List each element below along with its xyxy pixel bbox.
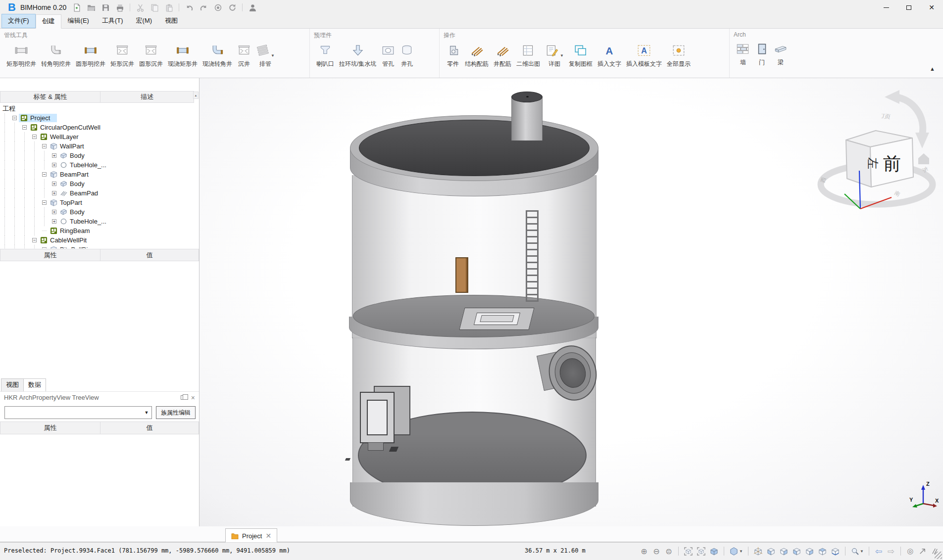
shaded-cube-icon[interactable] xyxy=(709,547,719,556)
tree-item-tubehole[interactable]: +TubeHole_... xyxy=(2,160,199,170)
ribbon-item-1-1[interactable]: 拉环坑/集水坑 xyxy=(337,42,379,69)
expand-icon[interactable]: + xyxy=(52,163,56,167)
render-style-dropdown-icon[interactable]: ▼ xyxy=(729,547,743,556)
ribbon-item-0-5[interactable]: 现浇矩形井 xyxy=(165,42,200,69)
tree-item-welllayer[interactable]: −WellLayer xyxy=(2,132,199,141)
ribbon-item-0-8[interactable]: ▼排管 xyxy=(253,42,277,69)
tree-scrollbar-up-icon[interactable]: ▲ xyxy=(193,92,199,99)
menu-item-2[interactable]: 编辑(E) xyxy=(61,14,96,28)
select-arrow-icon[interactable] xyxy=(918,547,927,556)
close-icon[interactable]: × xyxy=(191,394,195,401)
ribbon-item-2-3[interactable]: 二维出图 xyxy=(514,42,543,69)
viewport-3d[interactable]: 西 东 南 顶 左 前 Z Y X xyxy=(199,78,943,526)
zoom-out-icon[interactable]: ⊖ xyxy=(652,547,661,556)
menu-item-1[interactable]: 创建 xyxy=(36,14,61,29)
collapse-icon[interactable]: − xyxy=(32,135,37,139)
menu-item-4[interactable]: 宏(M) xyxy=(130,14,159,28)
ribbon-item-0-2[interactable]: 圆形明挖井 xyxy=(73,42,108,69)
document-tab-project[interactable]: Project ✕ xyxy=(225,528,277,543)
expand-icon[interactable]: + xyxy=(52,191,56,195)
user-icon[interactable] xyxy=(248,3,257,12)
property-header-value[interactable]: 值 xyxy=(100,249,199,261)
sync-icon[interactable] xyxy=(228,3,237,12)
orbit-icon[interactable]: ◎ xyxy=(906,547,915,556)
nav-forward-icon[interactable]: ⇨ xyxy=(887,546,895,557)
ribbon-item-0-3[interactable]: 矩形沉井 xyxy=(108,42,137,69)
ribbon-item-1-2[interactable]: 管孔 xyxy=(379,42,397,69)
collapse-icon[interactable]: − xyxy=(42,172,47,177)
caret-down-icon[interactable]: ▼ xyxy=(560,53,564,58)
tree-item-beampad[interactable]: +BeamPad xyxy=(2,188,199,198)
ribbon-item-2-1[interactable]: 结构配筋 xyxy=(462,42,491,69)
record-icon[interactable] xyxy=(213,3,222,12)
collapse-icon[interactable]: − xyxy=(22,125,27,130)
copy-icon[interactable] xyxy=(150,3,159,12)
ribbon-item-2-7[interactable]: A插入模板文字 xyxy=(624,42,664,69)
ribbon-item-3-0[interactable]: 墙 xyxy=(734,41,752,68)
caret-down-icon[interactable]: ▼ xyxy=(271,53,275,58)
menu-item-0[interactable]: 文件(F) xyxy=(1,14,36,28)
fit-selection-icon[interactable] xyxy=(696,547,706,556)
tree-item-ringbeam[interactable]: RingBeam xyxy=(2,226,199,235)
panel-tab-1[interactable]: 数据 xyxy=(23,378,46,392)
top-view-icon[interactable] xyxy=(818,547,827,556)
iso-view-icon[interactable] xyxy=(753,547,763,556)
close-icon[interactable]: ✕ xyxy=(265,532,271,540)
family-edit-button[interactable]: 族属性编辑 xyxy=(156,406,196,419)
ribbon-item-0-0[interactable]: 矩形明挖井 xyxy=(4,42,39,69)
dock-icon[interactable] xyxy=(181,395,185,400)
collapse-icon[interactable]: − xyxy=(42,247,47,248)
collapse-icon[interactable]: − xyxy=(42,144,47,148)
collapse-icon[interactable]: − xyxy=(12,116,17,120)
minimize-button[interactable] xyxy=(875,0,897,15)
back-view-icon[interactable] xyxy=(779,547,789,556)
expand-icon[interactable]: + xyxy=(52,219,56,224)
maximize-button[interactable] xyxy=(897,0,920,15)
cut-icon[interactable] xyxy=(136,3,145,12)
ribbon-item-2-4[interactable]: ▼详图 xyxy=(543,42,566,69)
panel-tab-0[interactable]: 视图 xyxy=(1,378,24,392)
tree-item-cablewellpit[interactable]: −CableWellPit xyxy=(2,235,199,245)
zoom-extents-icon[interactable]: ⊜ xyxy=(664,547,673,556)
menu-item-5[interactable]: 视图 xyxy=(158,14,184,28)
zoom-tools-dropdown-icon[interactable]: ▼ xyxy=(850,547,864,556)
tree-item-circularopencutwell[interactable]: −CircularOpenCutWell xyxy=(2,123,199,132)
family-dropdown[interactable]: ▼ xyxy=(4,406,152,419)
ribbon-item-3-2[interactable]: 梁 xyxy=(771,41,790,68)
ribbon-item-0-1[interactable]: 转角明挖井 xyxy=(39,42,73,69)
expand-icon[interactable]: + xyxy=(52,153,56,158)
tree-item-toppart[interactable]: −TopPart xyxy=(2,198,199,207)
tree-item-beampart[interactable]: −BeamPart xyxy=(2,170,199,179)
ribbon-item-3-1[interactable]: 门 xyxy=(752,41,771,68)
new-file-icon[interactable] xyxy=(72,3,81,12)
nav-back-icon[interactable]: ⇦ xyxy=(874,546,883,557)
ribbon-item-1-0[interactable]: 喇叭口 xyxy=(314,42,337,69)
paste-icon[interactable] xyxy=(164,3,173,12)
ribbon-item-2-2[interactable]: 井配筋 xyxy=(491,42,514,69)
expand-icon[interactable]: + xyxy=(52,210,56,214)
subpanel-property-name[interactable]: 属性 xyxy=(0,421,100,434)
collapse-icon[interactable]: − xyxy=(32,238,37,242)
tree-header-labels[interactable]: 标签 & 属性 xyxy=(0,91,100,103)
resize-grip[interactable] xyxy=(935,552,942,559)
tree-item-wallpart[interactable]: −WallPart xyxy=(2,141,199,151)
ribbon-item-2-6[interactable]: A插入文字 xyxy=(595,42,624,69)
navigation-cube[interactable]: 西 东 南 顶 左 前 xyxy=(817,89,941,223)
print-icon[interactable] xyxy=(115,3,124,12)
tree-item-tubehole[interactable]: +TubeHole_... xyxy=(2,217,199,226)
tree-item-project[interactable]: −Project xyxy=(2,113,199,123)
ribbon-item-2-8[interactable]: 全部显示 xyxy=(664,42,693,69)
tree-item-body[interactable]: +Body xyxy=(2,151,199,160)
close-button[interactable]: ✕ xyxy=(920,0,943,15)
fit-view-icon[interactable] xyxy=(684,547,693,556)
tree-item-body[interactable]: +Body xyxy=(2,179,199,188)
tree-item-body[interactable]: +Body xyxy=(2,207,199,217)
front-view-icon[interactable] xyxy=(766,547,776,556)
rotate-arrow-icon[interactable] xyxy=(895,97,923,135)
bottom-view-icon[interactable] xyxy=(831,547,840,556)
undo-icon[interactable] xyxy=(185,3,194,12)
left-view-icon[interactable] xyxy=(792,547,801,556)
subpanel-property-value[interactable]: 值 xyxy=(100,421,199,434)
ribbon-item-0-4[interactable]: 圆形沉井 xyxy=(137,42,165,69)
ribbon-item-1-3[interactable]: 井孔 xyxy=(397,42,416,69)
